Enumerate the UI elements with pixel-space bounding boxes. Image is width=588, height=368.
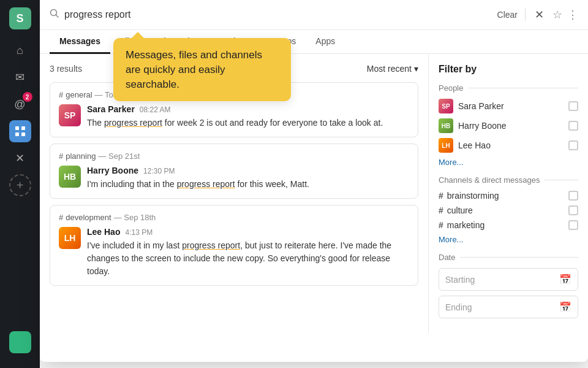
filter-avatar: LH (439, 138, 453, 153)
svg-rect-1 (21, 126, 25, 130)
filter-checkbox[interactable] (568, 205, 578, 215)
filter-panel: Filter by People SP Sara Parker HB Harry… (429, 54, 588, 333)
channel-name: culture (447, 205, 473, 215)
sender-name: Harry Boone (87, 166, 138, 175)
filter-person-name: Lee Hao (458, 140, 491, 150)
avatar: HB (59, 166, 81, 188)
message-text: The progress report for week 2 is out an… (87, 117, 409, 129)
results-count: 3 results (50, 64, 82, 74)
filter-item-lee[interactable]: LH Lee Hao (439, 138, 578, 153)
message-text: I've included it in my last progress rep… (87, 239, 409, 278)
timestamp: 4:13 PM (125, 228, 153, 237)
message-text: I'm including that in the progress repor… (87, 178, 409, 191)
ending-date-input[interactable]: Ending 📅 (439, 296, 578, 318)
filter-item-brainstorming[interactable]: # brainstorming (439, 191, 578, 201)
nav-icon-add[interactable]: + (9, 174, 31, 196)
highlight: progress report (104, 118, 162, 128)
svg-line-5 (56, 15, 59, 18)
channels-section-label: Channels & direct messages (439, 175, 578, 185)
filter-item-harry[interactable]: HB Harry Boone (439, 118, 578, 133)
message-card[interactable]: # planning — Sep 21st HB Harry Boone 12:… (50, 144, 418, 199)
clear-button[interactable]: Clear (495, 9, 520, 21)
filter-checkbox[interactable] (568, 140, 578, 150)
nav-icon-home[interactable]: ⌂ (9, 39, 31, 61)
filter-checkbox[interactable] (568, 121, 578, 131)
workspace-icon[interactable]: S (9, 7, 31, 29)
calendar-icon: 📅 (559, 274, 571, 285)
search-modal: Clear ✕ ☆ ⋮ Messages Files Channels Peop… (40, 0, 588, 362)
channel-name: marketing (447, 220, 484, 230)
timestamp: 12:30 PM (143, 167, 175, 175)
message-card[interactable]: # development — Sep 18th LH Lee Hao 4:13… (50, 205, 418, 286)
filter-checkbox[interactable] (568, 101, 578, 111)
nav-icon-mention[interactable]: @ 2 (9, 93, 31, 115)
tooltip-bubble: Messages, files and channels are quickly… (113, 38, 291, 101)
divider (525, 9, 526, 21)
search-icon (50, 9, 59, 21)
highlight: progress report (182, 240, 240, 250)
card-channel: # planning — Sep 21st (59, 151, 409, 161)
sender-name: Sara Parker (87, 104, 135, 114)
svg-rect-0 (15, 126, 19, 130)
channels-more-link[interactable]: More... (439, 235, 578, 244)
close-button[interactable]: ✕ (530, 6, 548, 23)
search-bar: Clear ✕ ☆ ⋮ (40, 0, 588, 30)
filter-title: Filter by (439, 64, 578, 75)
filter-person-name: Harry Boone (458, 121, 507, 131)
mention-badge: 2 (23, 92, 32, 102)
avatar: SP (59, 104, 81, 126)
filter-avatar: SP (439, 99, 453, 113)
people-section-label: People (439, 83, 578, 93)
calendar-icon: 📅 (559, 301, 571, 313)
channel-name: brainstorming (447, 191, 499, 201)
nav-icon-grid[interactable] (9, 120, 31, 142)
search-input[interactable] (64, 9, 490, 20)
status-square (9, 331, 31, 353)
filter-checkbox[interactable] (568, 220, 578, 230)
nav-icon-message[interactable]: ✉ (9, 66, 31, 88)
filter-avatar: HB (439, 118, 453, 133)
sort-button[interactable]: Most recent ▾ (367, 64, 418, 74)
avatar: LH (59, 227, 81, 249)
tab-messages[interactable]: Messages (50, 30, 110, 54)
filter-item-sara[interactable]: SP Sara Parker (439, 99, 578, 113)
filter-person-name: Sara Parker (458, 101, 504, 111)
more-options-button[interactable]: ⋮ (567, 8, 578, 21)
filter-item-culture[interactable]: # culture (439, 205, 578, 215)
star-button[interactable]: ☆ (552, 8, 562, 21)
tab-apps[interactable]: Apps (306, 30, 345, 54)
timestamp: 08:22 AM (140, 105, 171, 114)
filter-checkbox[interactable] (568, 191, 578, 201)
svg-rect-2 (15, 132, 19, 136)
starting-date-input[interactable]: Starting 📅 (439, 268, 578, 291)
highlight: progress report (177, 179, 235, 189)
date-section-label: Date (439, 253, 578, 262)
main-content: Clear ✕ ☆ ⋮ Messages Files Channels Peop… (40, 0, 588, 368)
sidebar: S ⌂ ✉ @ 2 ✕ + (0, 0, 40, 368)
people-more-link[interactable]: More... (439, 158, 578, 167)
filter-item-marketing[interactable]: # marketing (439, 220, 578, 230)
sender-name: Lee Hao (87, 227, 120, 237)
ending-label: Ending (445, 302, 472, 312)
starting-label: Starting (445, 275, 475, 285)
nav-icon-close[interactable]: ✕ (9, 147, 31, 169)
svg-rect-3 (21, 132, 25, 136)
card-channel: # development — Sep 18th (59, 213, 409, 222)
